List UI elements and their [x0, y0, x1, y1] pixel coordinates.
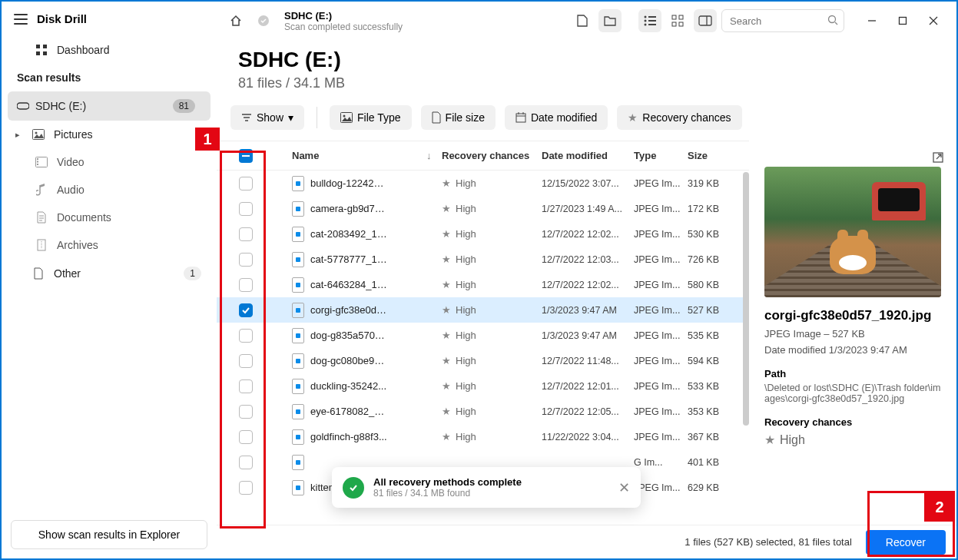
page-subtitle: 81 files / 34.1 MB	[238, 75, 935, 91]
sidebar-item-dashboard[interactable]: Dashboard	[2, 36, 217, 64]
menu-icon[interactable]	[14, 14, 28, 25]
filetype-filter-button[interactable]: File Type	[330, 105, 412, 130]
image-icon	[32, 128, 45, 141]
row-checkbox[interactable]	[239, 354, 253, 368]
row-recovery: ★High	[442, 279, 542, 290]
row-size: 172 KB	[688, 204, 749, 214]
svg-rect-1	[43, 45, 47, 48]
star-icon: ★	[628, 111, 638, 124]
filesize-filter-button[interactable]: File size	[421, 105, 496, 130]
row-checkbox[interactable]	[239, 227, 253, 241]
sidebar-item-video[interactable]: Video	[2, 148, 217, 176]
svg-rect-3	[43, 51, 47, 55]
panel-view-button[interactable]	[694, 9, 717, 32]
row-checkbox[interactable]	[239, 329, 253, 343]
star-icon: ★	[442, 253, 451, 265]
row-type: JPEG Im...	[634, 204, 688, 214]
chevron-right-icon: ▸	[15, 130, 20, 140]
file-name: duckling-35242...	[292, 379, 426, 394]
archive-icon	[35, 239, 48, 251]
star-icon: ★	[442, 380, 451, 392]
check-circle-icon	[343, 477, 364, 499]
star-icon: ★	[442, 431, 451, 442]
footer-bar: 1 files (527 KB) selected, 81 files tota…	[217, 525, 956, 558]
home-button[interactable]	[224, 9, 247, 32]
sidebar-item-pictures[interactable]: ▸ Pictures	[2, 121, 217, 148]
row-date: 12/7/2022 12:02...	[542, 229, 634, 240]
popout-icon[interactable]	[932, 151, 944, 167]
document-icon	[35, 211, 48, 224]
divider	[317, 107, 317, 128]
table-row[interactable]: dog-g835a5706...★High1/3/2023 9:47 AMJPE…	[217, 323, 749, 348]
file-name: eye-6178082_19...	[292, 404, 426, 419]
col-size[interactable]: Size	[688, 150, 749, 161]
row-checkbox[interactable]	[239, 405, 253, 419]
titlebar-title: SDHC (E:) Scan completed successfully	[284, 10, 403, 32]
star-icon: ★	[442, 304, 451, 316]
table-row[interactable]: bulldog-122426...★High12/15/2022 3:07...…	[217, 171, 749, 196]
select-all-checkbox[interactable]	[239, 149, 253, 163]
maximize-button[interactable]	[887, 9, 918, 32]
svg-point-17	[645, 24, 647, 26]
table-row[interactable]: goldfinch-g88f3...★High11/22/2022 3:04..…	[217, 424, 749, 449]
file-name: camera-gb9d74...	[292, 201, 426, 217]
table-row[interactable]: corgi-gfc38e0d5...★High1/3/2023 9:47 AMJ…	[217, 297, 749, 323]
table-row[interactable]: camera-gb9d74...★High1/27/2023 1:49 A...…	[217, 196, 749, 221]
badge: 81	[173, 99, 195, 113]
row-recovery: ★High	[442, 177, 542, 189]
close-button[interactable]	[918, 9, 949, 32]
table-row[interactable]: dog-gc080be92...★High12/7/2022 11:48...J…	[217, 348, 749, 373]
row-checkbox[interactable]	[239, 481, 253, 495]
folder-view-button[interactable]	[598, 9, 622, 32]
row-date: 12/7/2022 12:03...	[542, 254, 634, 265]
minimize-button[interactable]	[857, 9, 887, 32]
toast-title: All recovery methods complete	[373, 476, 522, 488]
file-view-button[interactable]	[571, 9, 594, 32]
row-recovery: ★High	[442, 330, 542, 341]
table-header: Name ↓ Recovery chances Date modified Ty…	[217, 141, 749, 171]
svg-point-6	[35, 132, 38, 134]
sidebar-item-documents[interactable]: Documents	[2, 204, 217, 231]
row-checkbox[interactable]	[239, 379, 253, 393]
svg-rect-0	[36, 45, 40, 48]
recovery-filter-button[interactable]: ★ Recovery chances	[617, 105, 741, 130]
filter-bar: Show ▾ File Type File size Date modified…	[217, 105, 956, 141]
table-row[interactable]: eye-6178082_19...★High12/7/2022 12:05...…	[217, 399, 749, 424]
row-checkbox[interactable]	[239, 253, 253, 267]
col-recovery[interactable]: Recovery chances	[442, 150, 542, 161]
row-type: JPEG Im...	[634, 406, 688, 417]
details-date: Date modified 1/3/2023 9:47 AM	[764, 344, 941, 356]
toast-close-button[interactable]: ✕	[618, 479, 630, 496]
date-filter-button[interactable]: Date modified	[505, 105, 608, 130]
sidebar-item-archives[interactable]: Archives	[2, 231, 217, 259]
file-name: goldfinch-g88f3...	[292, 429, 426, 445]
row-checkbox[interactable]	[239, 177, 253, 191]
search-input[interactable]	[721, 9, 844, 32]
table-row[interactable]: duckling-35242...★High12/7/2022 12:01...…	[217, 373, 749, 399]
row-checkbox[interactable]	[239, 202, 253, 216]
row-size: 580 KB	[688, 280, 749, 290]
show-in-explorer-button[interactable]: Show scan results in Explorer	[11, 520, 207, 549]
col-type[interactable]: Type	[634, 150, 688, 161]
col-date[interactable]: Date modified	[542, 150, 634, 161]
col-name[interactable]: Name	[261, 150, 426, 161]
audio-icon	[35, 184, 48, 196]
list-view-button[interactable]	[638, 9, 661, 32]
row-checkbox[interactable]	[239, 430, 253, 444]
table-row[interactable]: cat-6463284_19...★High12/7/2022 12:02...…	[217, 272, 749, 297]
row-date: 12/7/2022 11:48...	[542, 356, 634, 366]
recover-button[interactable]: Recover	[866, 530, 946, 555]
show-filter-button[interactable]: Show ▾	[230, 105, 304, 130]
row-checkbox[interactable]	[239, 278, 253, 292]
grid-view-button[interactable]	[666, 9, 689, 32]
row-checkbox[interactable]	[239, 303, 253, 317]
table-row[interactable]: cat-5778777_19...★High12/7/2022 12:03...…	[217, 247, 749, 272]
star-icon: ★	[442, 330, 451, 341]
scrollbar-thumb[interactable]	[743, 172, 749, 426]
table-row[interactable]: cat-2083492_19...★High12/7/2022 12:02...…	[217, 221, 749, 247]
row-recovery: ★High	[442, 431, 542, 442]
sidebar-item-drive[interactable]: SDHC (E:) 81	[8, 91, 210, 121]
sidebar-item-audio[interactable]: Audio	[2, 176, 217, 204]
sidebar-item-other[interactable]: Other 1	[2, 259, 217, 288]
row-checkbox[interactable]	[239, 456, 253, 469]
